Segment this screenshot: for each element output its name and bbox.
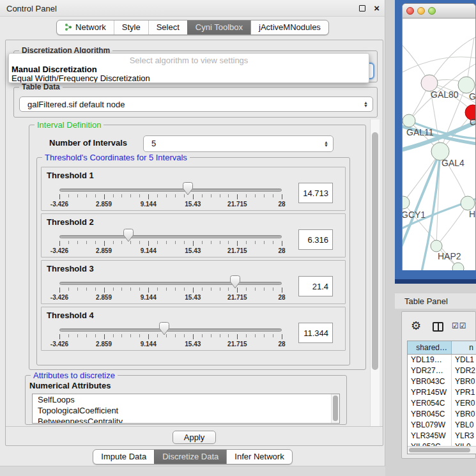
settings-scroll-viewport: Interval Definition Number of Intervals … <box>10 119 370 426</box>
cell-shared-name[interactable]: YLR345W <box>408 431 452 441</box>
tick-mark <box>220 288 220 291</box>
close-traffic-light-icon[interactable] <box>406 7 414 15</box>
gear-icon[interactable]: ⚙ <box>411 319 421 333</box>
tab-label: Infer Network <box>234 452 284 461</box>
numerical-attributes-list[interactable]: SelfLoopsTopologicalCoefficientBetweenne… <box>32 394 340 424</box>
cell-name[interactable]: YDR2 <box>452 365 476 376</box>
slider-track[interactable] <box>59 235 282 238</box>
table-row[interactable]: YDL19…YDL1 <box>408 355 476 365</box>
slider-thumb[interactable] <box>183 182 193 196</box>
attribute-list-scrollbar[interactable] <box>331 394 339 423</box>
cell-name[interactable]: YBR0 <box>452 376 476 387</box>
tick-mark <box>175 194 176 197</box>
cell-name[interactable]: YDL1 <box>452 355 476 365</box>
tab-style[interactable]: Style <box>114 20 148 35</box>
tab-label: Select <box>157 22 180 32</box>
cell-name[interactable]: YLR3 <box>452 431 476 441</box>
dropdown-option-manual-discretization[interactable]: Manual Discretization <box>12 65 97 74</box>
network-canvas[interactable]: GAL80GACGAL11GAL4GCY1HHAP2 <box>403 19 475 270</box>
tab-discretize-data[interactable]: Discretize Data <box>154 450 226 464</box>
scrollbar-thumb[interactable] <box>333 395 338 421</box>
slider-thumb[interactable] <box>230 275 240 289</box>
tab-impute-data[interactable]: Impute Data <box>93 450 154 464</box>
tab-infer-network[interactable]: Infer Network <box>226 450 291 464</box>
tick-mark <box>211 241 211 244</box>
network-node-h[interactable] <box>461 196 475 210</box>
stepper-arrows-icon: ▲▼ <box>324 141 328 147</box>
tick-mark <box>59 288 60 293</box>
dropdown-option-equal-width-frequency[interactable]: Equal Width/Frequency Discretization <box>12 73 150 83</box>
table-data-group: Table Data galFiltered.sif default node … <box>13 87 378 118</box>
cell-shared-name[interactable]: YDL19… <box>408 355 452 365</box>
cell-name[interactable]: YBL0 <box>452 420 476 431</box>
network-icon <box>65 23 72 31</box>
attribute-item-selfloops[interactable]: SelfLoops <box>33 394 339 405</box>
zoom-traffic-light-icon[interactable] <box>428 7 436 15</box>
slider-track[interactable] <box>59 328 282 332</box>
table-row[interactable]: YER054CYER0 <box>408 398 476 409</box>
control-panel-titlebar: Control Panel × <box>0 0 385 17</box>
table-row[interactable]: YDR27…YDR2 <box>408 365 476 376</box>
tick-mark <box>282 194 282 199</box>
tick-mark <box>193 194 194 199</box>
minimize-traffic-light-icon[interactable] <box>417 7 425 15</box>
number-of-intervals-combobox[interactable]: 5 ▲▼ <box>143 135 334 152</box>
table-data-combobox[interactable]: galFiltered.sif default node ▲▼ <box>19 96 373 112</box>
threshold-value-input[interactable] <box>298 323 333 343</box>
table-row[interactable]: YPR145WYPR1 <box>408 387 476 398</box>
attribute-item-betweennesscentrality[interactable]: BetweennessCentrality <box>33 416 339 424</box>
tick-mark <box>95 194 96 197</box>
tick-label: 21.715 <box>227 201 247 208</box>
scrollbar-thumb[interactable] <box>372 132 378 370</box>
table-row[interactable]: YBR043CYBR0 <box>408 376 476 387</box>
slider-thumb[interactable] <box>159 322 169 335</box>
network-node-gal11[interactable] <box>403 114 415 127</box>
network-node-hap2[interactable] <box>431 240 442 252</box>
column-header-shared-name[interactable]: shared… <box>408 341 452 354</box>
slider-track[interactable] <box>59 282 282 285</box>
cell-shared-name[interactable]: YBL079W <box>408 420 452 431</box>
columns-icon[interactable] <box>433 322 443 332</box>
tab-cyni-toolbox[interactable]: Cyni Toolbox <box>187 20 250 35</box>
cell-shared-name[interactable]: YER054C <box>408 398 452 409</box>
settings-vertical-scrollbar[interactable] <box>370 119 380 426</box>
attribute-item-topologicalcoefficient[interactable]: TopologicalCoefficient <box>33 405 339 416</box>
table-panel-header: Table Panel <box>395 293 476 309</box>
tick-mark <box>68 194 69 197</box>
network-node-gcy1[interactable] <box>403 196 410 209</box>
threshold-panel-3: Threshold 3-3.4262.8599.14415.4321.71528 <box>41 260 346 304</box>
tick-mark <box>246 241 247 244</box>
threshold-value-input[interactable] <box>298 276 333 296</box>
threshold-rows: Threshold 1-3.4262.8599.14415.4321.71528… <box>37 158 349 351</box>
cell-shared-name[interactable]: YBR043C <box>408 376 452 387</box>
threshold-value-input[interactable] <box>298 183 333 203</box>
cell-shared-name[interactable]: YDR27… <box>408 365 452 376</box>
scrollbar-thumb[interactable] <box>409 448 470 452</box>
table-row[interactable]: YBL079WYBL0 <box>408 420 476 431</box>
tab-jactivemnodules[interactable]: jActiveMNodules <box>250 20 328 35</box>
tick-mark <box>193 334 194 339</box>
tick-mark <box>282 241 282 246</box>
select-columns-checkboxes-icon[interactable]: ☑☑ <box>452 321 467 330</box>
tab-network[interactable]: Network <box>57 20 114 35</box>
slider-thumb[interactable] <box>123 229 134 242</box>
table-row[interactable]: YLR345WYLR3 <box>408 431 476 441</box>
tab-label: Cyni Toolbox <box>196 22 243 32</box>
cell-name[interactable]: YER0 <box>452 398 476 409</box>
column-header-name[interactable]: n <box>452 341 476 354</box>
table-row[interactable]: YBR045CYBR0 <box>408 409 476 420</box>
cell-shared-name[interactable]: YBR045C <box>408 409 452 420</box>
group-title: Interval Definition <box>35 120 104 130</box>
threshold-label: Threshold 2 <box>47 217 94 227</box>
tab-select[interactable]: Select <box>148 20 187 35</box>
tick-mark <box>59 194 60 199</box>
cell-shared-name[interactable]: YPR145W <box>408 387 452 398</box>
cell-name[interactable]: YBR0 <box>452 409 476 420</box>
slider-track[interactable] <box>59 188 282 192</box>
close-icon[interactable]: × <box>374 3 380 13</box>
apply-button[interactable]: Apply <box>173 431 216 444</box>
float-window-icon[interactable] <box>359 5 365 12</box>
table-horizontal-scrollbar[interactable] <box>408 446 476 454</box>
threshold-value-input[interactable] <box>298 229 333 250</box>
cell-name[interactable]: YPR1 <box>452 387 476 398</box>
